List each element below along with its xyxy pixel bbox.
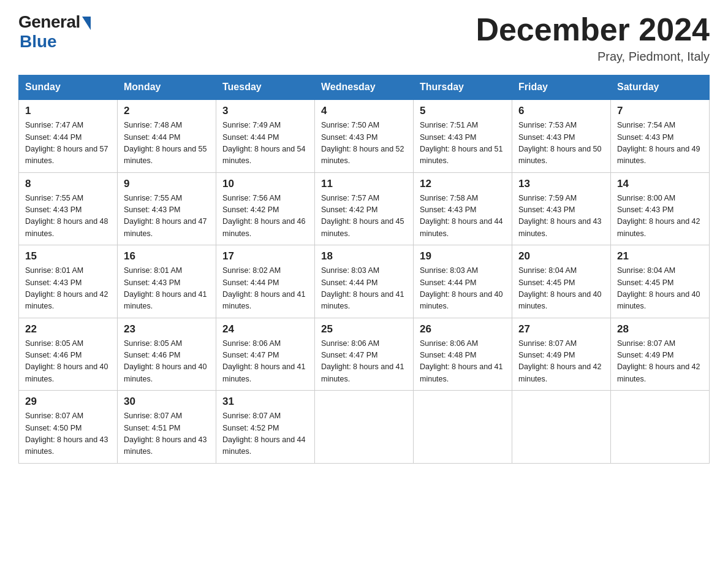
- day-info: Sunrise: 7:57 AMSunset: 4:42 PMDaylight:…: [321, 193, 407, 240]
- calendar-cell: 6Sunrise: 7:53 AMSunset: 4:43 PMDaylight…: [512, 99, 611, 172]
- day-info: Sunrise: 8:06 AMSunset: 4:47 PMDaylight:…: [222, 338, 308, 386]
- day-number: 13: [518, 178, 604, 190]
- day-info: Sunrise: 7:50 AMSunset: 4:43 PMDaylight:…: [321, 120, 407, 167]
- day-number: 24: [222, 323, 308, 335]
- day-number: 4: [321, 105, 407, 117]
- day-number: 12: [420, 178, 506, 190]
- day-info: Sunrise: 8:05 AMSunset: 4:46 PMDaylight:…: [124, 338, 210, 386]
- day-number: 3: [222, 105, 308, 117]
- calendar-cell: 10Sunrise: 7:56 AMSunset: 4:42 PMDayligh…: [216, 172, 315, 245]
- day-info: Sunrise: 8:07 AMSunset: 4:50 PMDaylight:…: [25, 410, 111, 458]
- day-info: Sunrise: 8:04 AMSunset: 4:45 PMDaylight:…: [518, 265, 604, 313]
- day-number: 18: [321, 250, 407, 262]
- calendar-cell: 30Sunrise: 8:07 AMSunset: 4:51 PMDayligh…: [118, 391, 216, 464]
- calendar-cell: 12Sunrise: 7:58 AMSunset: 4:43 PMDayligh…: [414, 172, 512, 245]
- day-info: Sunrise: 7:55 AMSunset: 4:43 PMDaylight:…: [124, 193, 210, 240]
- calendar-cell: 3Sunrise: 7:49 AMSunset: 4:44 PMDaylight…: [216, 99, 315, 172]
- calendar-cell: 5Sunrise: 7:51 AMSunset: 4:43 PMDaylight…: [414, 99, 512, 172]
- calendar-cell: [512, 391, 611, 464]
- calendar-cell: 14Sunrise: 8:00 AMSunset: 4:43 PMDayligh…: [611, 172, 710, 245]
- day-info: Sunrise: 8:03 AMSunset: 4:44 PMDaylight:…: [321, 265, 407, 313]
- day-number: 16: [124, 250, 210, 262]
- calendar-cell: [315, 391, 414, 464]
- calendar-week-row: 1Sunrise: 7:47 AMSunset: 4:44 PMDaylight…: [19, 99, 710, 172]
- calendar-cell: 29Sunrise: 8:07 AMSunset: 4:50 PMDayligh…: [19, 391, 118, 464]
- weekday-header-thursday: Thursday: [414, 75, 512, 100]
- day-number: 26: [420, 323, 506, 335]
- day-info: Sunrise: 8:07 AMSunset: 4:49 PMDaylight:…: [617, 338, 703, 386]
- calendar-cell: 23Sunrise: 8:05 AMSunset: 4:46 PMDayligh…: [118, 318, 216, 391]
- day-info: Sunrise: 7:59 AMSunset: 4:43 PMDaylight:…: [518, 193, 604, 240]
- weekday-header-tuesday: Tuesday: [216, 75, 315, 100]
- day-info: Sunrise: 7:47 AMSunset: 4:44 PMDaylight:…: [25, 120, 111, 167]
- calendar-cell: 24Sunrise: 8:06 AMSunset: 4:47 PMDayligh…: [216, 318, 315, 391]
- calendar-cell: [414, 391, 512, 464]
- day-info: Sunrise: 7:49 AMSunset: 4:44 PMDaylight:…: [222, 120, 308, 167]
- calendar-cell: 15Sunrise: 8:01 AMSunset: 4:43 PMDayligh…: [19, 245, 118, 318]
- day-number: 2: [124, 105, 210, 117]
- calendar-cell: 1Sunrise: 7:47 AMSunset: 4:44 PMDaylight…: [19, 99, 118, 172]
- logo-blue-text: Blue: [20, 32, 57, 52]
- day-info: Sunrise: 7:54 AMSunset: 4:43 PMDaylight:…: [617, 120, 703, 167]
- day-number: 11: [321, 178, 407, 190]
- title-block: December 2024 Pray, Piedmont, Italy: [476, 12, 710, 64]
- calendar-cell: 22Sunrise: 8:05 AMSunset: 4:46 PMDayligh…: [19, 318, 118, 391]
- logo-general-text: General: [18, 12, 80, 32]
- day-number: 1: [25, 105, 111, 117]
- calendar-cell: 21Sunrise: 8:04 AMSunset: 4:45 PMDayligh…: [611, 245, 710, 318]
- day-number: 31: [222, 396, 308, 408]
- calendar-table: SundayMondayTuesdayWednesdayThursdayFrid…: [18, 75, 710, 464]
- weekday-header-saturday: Saturday: [611, 75, 710, 100]
- calendar-cell: 13Sunrise: 7:59 AMSunset: 4:43 PMDayligh…: [512, 172, 611, 245]
- calendar-cell: 9Sunrise: 7:55 AMSunset: 4:43 PMDaylight…: [118, 172, 216, 245]
- calendar-cell: 18Sunrise: 8:03 AMSunset: 4:44 PMDayligh…: [315, 245, 414, 318]
- day-number: 8: [25, 178, 111, 190]
- calendar-cell: 25Sunrise: 8:06 AMSunset: 4:47 PMDayligh…: [315, 318, 414, 391]
- day-info: Sunrise: 8:04 AMSunset: 4:45 PMDaylight:…: [617, 265, 703, 313]
- day-info: Sunrise: 7:58 AMSunset: 4:43 PMDaylight:…: [420, 193, 506, 240]
- calendar-cell: 7Sunrise: 7:54 AMSunset: 4:43 PMDaylight…: [611, 99, 710, 172]
- day-number: 20: [518, 250, 604, 262]
- calendar-cell: 26Sunrise: 8:06 AMSunset: 4:48 PMDayligh…: [414, 318, 512, 391]
- day-number: 27: [518, 323, 604, 335]
- day-number: 29: [25, 396, 111, 408]
- day-number: 10: [222, 178, 308, 190]
- day-number: 15: [25, 250, 111, 262]
- weekday-header-monday: Monday: [118, 75, 216, 100]
- calendar-cell: 8Sunrise: 7:55 AMSunset: 4:43 PMDaylight…: [19, 172, 118, 245]
- day-info: Sunrise: 7:51 AMSunset: 4:43 PMDaylight:…: [420, 120, 506, 167]
- calendar-cell: 20Sunrise: 8:04 AMSunset: 4:45 PMDayligh…: [512, 245, 611, 318]
- logo: General Blue: [18, 12, 91, 52]
- calendar-week-row: 22Sunrise: 8:05 AMSunset: 4:46 PMDayligh…: [19, 318, 710, 391]
- day-number: 9: [124, 178, 210, 190]
- calendar-cell: 17Sunrise: 8:02 AMSunset: 4:44 PMDayligh…: [216, 245, 315, 318]
- day-number: 23: [124, 323, 210, 335]
- day-info: Sunrise: 8:07 AMSunset: 4:49 PMDaylight:…: [518, 338, 604, 386]
- day-number: 14: [617, 178, 703, 190]
- page-header: General Blue December 2024 Pray, Piedmon…: [18, 12, 710, 64]
- calendar-week-row: 8Sunrise: 7:55 AMSunset: 4:43 PMDaylight…: [19, 172, 710, 245]
- day-number: 17: [222, 250, 308, 262]
- day-number: 25: [321, 323, 407, 335]
- weekday-header-row: SundayMondayTuesdayWednesdayThursdayFrid…: [19, 75, 710, 100]
- calendar-week-row: 15Sunrise: 8:01 AMSunset: 4:43 PMDayligh…: [19, 245, 710, 318]
- day-info: Sunrise: 8:07 AMSunset: 4:51 PMDaylight:…: [124, 410, 210, 458]
- calendar-cell: 2Sunrise: 7:48 AMSunset: 4:44 PMDaylight…: [118, 99, 216, 172]
- weekday-header-wednesday: Wednesday: [315, 75, 414, 100]
- calendar-cell: 31Sunrise: 8:07 AMSunset: 4:52 PMDayligh…: [216, 391, 315, 464]
- day-info: Sunrise: 8:00 AMSunset: 4:43 PMDaylight:…: [617, 193, 703, 240]
- day-info: Sunrise: 7:56 AMSunset: 4:42 PMDaylight:…: [222, 193, 308, 240]
- calendar-cell: 19Sunrise: 8:03 AMSunset: 4:44 PMDayligh…: [414, 245, 512, 318]
- calendar-cell: 27Sunrise: 8:07 AMSunset: 4:49 PMDayligh…: [512, 318, 611, 391]
- calendar-cell: 4Sunrise: 7:50 AMSunset: 4:43 PMDaylight…: [315, 99, 414, 172]
- day-number: 6: [518, 105, 604, 117]
- day-info: Sunrise: 8:02 AMSunset: 4:44 PMDaylight:…: [222, 265, 308, 313]
- logo-arrow-icon: [82, 17, 91, 30]
- day-info: Sunrise: 8:06 AMSunset: 4:48 PMDaylight:…: [420, 338, 506, 386]
- day-number: 30: [124, 396, 210, 408]
- day-info: Sunrise: 8:07 AMSunset: 4:52 PMDaylight:…: [222, 410, 308, 458]
- calendar-week-row: 29Sunrise: 8:07 AMSunset: 4:50 PMDayligh…: [19, 391, 710, 464]
- calendar-cell: 16Sunrise: 8:01 AMSunset: 4:43 PMDayligh…: [118, 245, 216, 318]
- weekday-header-sunday: Sunday: [19, 75, 118, 100]
- day-info: Sunrise: 8:01 AMSunset: 4:43 PMDaylight:…: [124, 265, 210, 313]
